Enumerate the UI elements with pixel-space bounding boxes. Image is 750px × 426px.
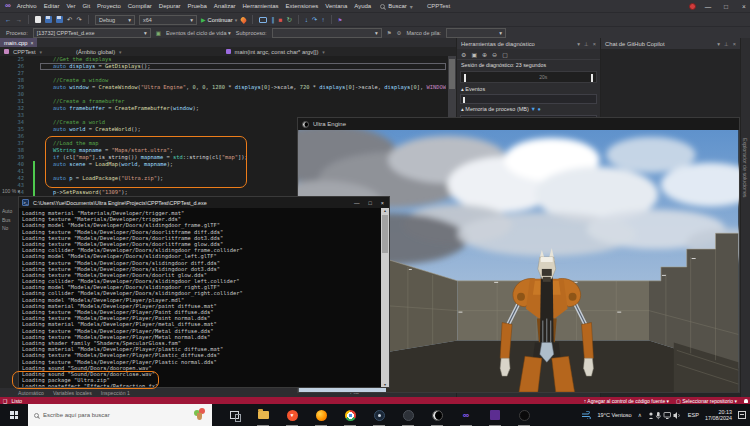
close-icon[interactable]: × (733, 41, 736, 47)
language-indicator[interactable]: ESP (688, 412, 699, 418)
menu-item-ver[interactable]: Ver (66, 3, 75, 9)
new-file-icon[interactable] (35, 16, 41, 23)
menu-item-editar[interactable]: Editar (44, 3, 60, 9)
break-all-icon[interactable]: ∥ (271, 15, 274, 25)
menu-item-compilar[interactable]: Compilar (128, 3, 152, 9)
weather-text[interactable]: 19°C Ventoso (597, 412, 631, 418)
minimize-button[interactable]: — (702, 3, 714, 10)
filter-icon[interactable]: ▼ (530, 106, 535, 112)
scroll-up-icon[interactable]: ▴ (384, 208, 386, 213)
code-line-29[interactable]: 29 auto window = CreateWindow("Ultra Eng… (0, 84, 448, 91)
brave-icon[interactable]: ▼ (284, 407, 300, 423)
console-output[interactable]: Loading material "Materials/Developer/tr… (19, 208, 381, 387)
redo-icon[interactable]: ↷ (76, 15, 81, 25)
console-scrollbar[interactable]: ▴ ▾ (381, 208, 389, 387)
tab-automático[interactable]: Automático (18, 390, 44, 396)
snapshot-icon[interactable]: ● (537, 106, 540, 112)
menu-item-ventana[interactable]: Ventana (325, 3, 347, 9)
code-line-28[interactable]: 28 //Create a window (0, 77, 448, 84)
tray-icons[interactable] (648, 411, 682, 420)
code-line-25[interactable]: 25 //Get the displays (0, 56, 448, 63)
chevron-down-icon[interactable]: ▾ (577, 41, 580, 47)
chevron-down-icon[interactable]: ▾ (717, 41, 720, 47)
step-out-icon[interactable]: ↑ (322, 15, 325, 25)
console-title-bar[interactable]: >_ C:\Users\Yue\Documents\Ultra Engine\P… (19, 197, 389, 208)
export-icon[interactable]: ▣ (471, 51, 477, 58)
code-line-26[interactable]: 26 auto displays = GetDisplays(); (0, 63, 448, 70)
menu-item-archivo[interactable]: Archivo (17, 3, 37, 9)
timeline-ruler[interactable]: 20s (460, 71, 597, 83)
tool-extra-icon[interactable]: ⚑ (338, 15, 342, 25)
scrollbar-thumb[interactable] (382, 215, 388, 253)
stack-frame-dropdown[interactable]: ▾ (446, 28, 506, 38)
action-center-icon[interactable] (738, 411, 746, 419)
chrome-icon[interactable] (342, 407, 358, 423)
visual-studio-taskbar-icon[interactable]: ∞ (458, 407, 474, 423)
taskbar-clock[interactable]: 20:1317/08/2024 (705, 409, 732, 421)
copilot-chat-header[interactable]: Chat de GitHub Copilot ▾ ⊥ × (601, 38, 740, 49)
process-dropdown[interactable]: [13732] CPPTest_d.exe▾ (33, 28, 151, 38)
menu-item-ayuda[interactable]: Ayuda (354, 3, 371, 9)
tab-inspección-1[interactable]: Inspección 1 (101, 390, 130, 396)
git-add-button[interactable]: ↑ Agregar al control de código fuente ▾ (584, 398, 669, 404)
menu-item-prueba[interactable]: Prueba (187, 3, 206, 9)
game-title-bar[interactable]: Ultra Engine (298, 118, 739, 130)
nav-back-icon[interactable]: ← (5, 15, 12, 25)
close-button[interactable]: × (738, 3, 750, 10)
platform-dropdown[interactable]: x64▾ (139, 15, 197, 25)
editor-zoom-control[interactable]: 100 % ▾ (2, 188, 20, 194)
menu-item-analizar[interactable]: Analizar (214, 3, 236, 9)
step-into-icon[interactable]: ↓ (305, 15, 308, 25)
memory-section-header[interactable]: ▴ Memoria de proceso (MB) ▼ ● (457, 104, 600, 114)
maximize-button[interactable]: □ (720, 3, 732, 10)
undo-icon[interactable]: ↶ (67, 15, 72, 25)
start-button[interactable] (0, 404, 28, 426)
taskbar-search-input[interactable]: Escribe aquí para buscar (28, 404, 212, 426)
stop-debug-icon[interactable]: ■ (278, 15, 282, 25)
solution-explorer-vertical-tab[interactable]: Explorador de soluciones (742, 138, 748, 197)
zoom-out-icon[interactable]: ⊖ (492, 51, 497, 58)
reset-view-icon[interactable]: ▢ (502, 51, 508, 58)
code-line-31[interactable]: 31 //Create a framebuffer (0, 98, 448, 105)
app-dark-circle-icon[interactable] (400, 407, 416, 423)
save-icon[interactable] (45, 16, 52, 23)
search-control[interactable]: Buscar ▾ (380, 3, 413, 10)
tab-variables-locales[interactable]: Variables locales (53, 390, 92, 396)
scroll-down-icon[interactable]: ▾ (381, 382, 389, 387)
firefox-icon[interactable] (313, 407, 329, 423)
ultra-engine-taskbar-icon[interactable] (429, 407, 445, 423)
console-close-button[interactable]: × (381, 200, 384, 206)
nav-forward-icon[interactable]: → (16, 15, 23, 25)
events-section-header[interactable]: ▴ Eventos (457, 84, 600, 94)
solution-config-dropdown[interactable]: Debug▾ (95, 15, 135, 25)
purple-app-icon[interactable] (487, 407, 503, 423)
continue-button[interactable]: ▶ Continuar ▾ (201, 16, 237, 23)
zoom-in-icon[interactable]: ⊕ (482, 51, 487, 58)
menu-item-proyecto[interactable]: Proyecto (97, 3, 121, 9)
pin-icon[interactable]: ⊥ (584, 41, 589, 47)
notifications-bell-icon[interactable] (744, 399, 748, 403)
code-line-32[interactable]: 32 auto framebuffer = CreateFramebuffer(… (0, 105, 448, 112)
repo-select-button[interactable]: ▢ Seleccionar repositorio ▾ (676, 398, 737, 404)
settings-small-icon[interactable]: ⚙ (397, 30, 402, 36)
step-over-icon[interactable]: ↷ (312, 15, 317, 25)
menu-item-herramientas[interactable]: Herramientas (243, 3, 279, 9)
file-explorer-icon[interactable] (255, 407, 271, 423)
settings-gear-icon[interactable]: ⚙ (461, 51, 466, 58)
code-line-30[interactable]: 30 (0, 91, 448, 98)
tray-expand-icon[interactable]: ∧ (638, 412, 642, 418)
menu-item-extensiones[interactable]: Extensiones (286, 3, 319, 9)
code-line-27[interactable]: 27 (0, 70, 448, 77)
steam-icon[interactable] (371, 407, 387, 423)
console-minimize-button[interactable]: — (354, 200, 360, 206)
console-maximize-button[interactable]: □ (368, 200, 371, 206)
tab-main-cpp[interactable]: main.cpp × (0, 38, 37, 47)
tab-close-icon[interactable]: × (31, 40, 34, 46)
black-circle-app-icon[interactable] (516, 407, 532, 423)
flag-icon[interactable]: ⚑ (387, 30, 392, 36)
close-icon[interactable]: × (593, 41, 596, 47)
subprocess-dropdown[interactable]: ▾ (272, 28, 382, 38)
lifecycle-events-button[interactable]: Eventos del ciclo de vida ▾ (166, 30, 231, 36)
save-all-icon[interactable] (56, 16, 63, 23)
menu-item-depurar[interactable]: Depurar (159, 3, 181, 9)
